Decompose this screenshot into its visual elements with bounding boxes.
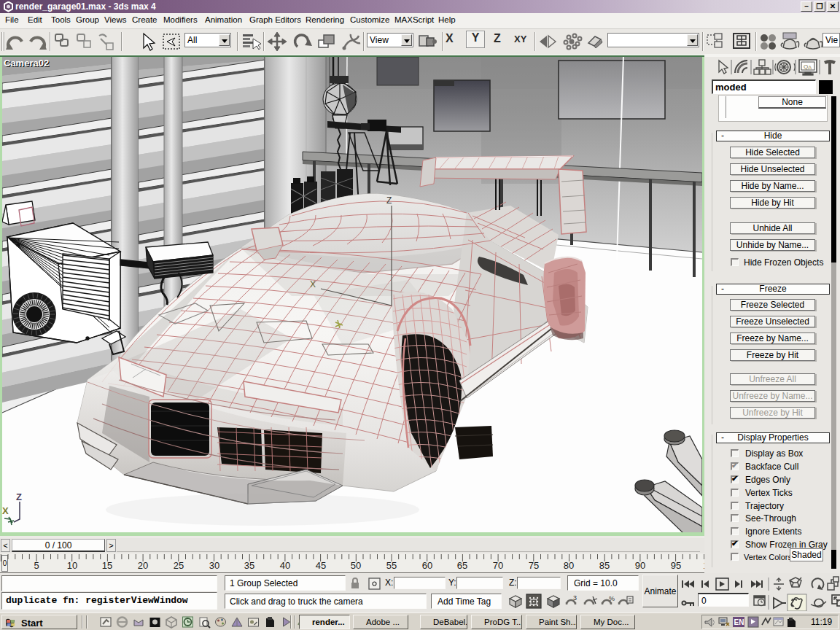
svg-text:A: A [808, 64, 812, 71]
svg-text:45: 45 [316, 560, 326, 571]
svg-text:10: 10 [67, 560, 77, 571]
svg-text:85: 85 [599, 560, 610, 571]
svg-text:65: 65 [457, 560, 467, 571]
svg-text:95: 95 [671, 560, 681, 571]
svg-text:Camera02: Camera02 [4, 58, 49, 69]
svg-text:25: 25 [174, 560, 184, 571]
svg-text:90: 90 [635, 560, 645, 571]
svg-text:60: 60 [422, 560, 432, 571]
svg-text:EN: EN [734, 618, 744, 626]
svg-text:75: 75 [529, 560, 539, 571]
svg-text:80: 80 [564, 560, 574, 571]
svg-text:X: X [310, 279, 316, 289]
svg-text:X: X [2, 505, 9, 516]
svg-text:70: 70 [493, 560, 503, 571]
svg-text:Z: Z [16, 491, 22, 502]
svg-text:%: % [609, 595, 615, 602]
svg-text:20: 20 [138, 560, 148, 571]
svg-text:40: 40 [280, 560, 290, 571]
svg-text:30: 30 [209, 560, 219, 571]
svg-text:Z: Z [386, 195, 392, 206]
svg-text:55: 55 [386, 560, 397, 571]
svg-text:15: 15 [102, 560, 112, 571]
svg-text:50: 50 [351, 560, 361, 571]
svg-text:35: 35 [244, 560, 254, 571]
svg-text:3: 3 [573, 594, 577, 602]
svg-text:5: 5 [34, 560, 39, 571]
svg-text:100: 100 [703, 560, 704, 571]
